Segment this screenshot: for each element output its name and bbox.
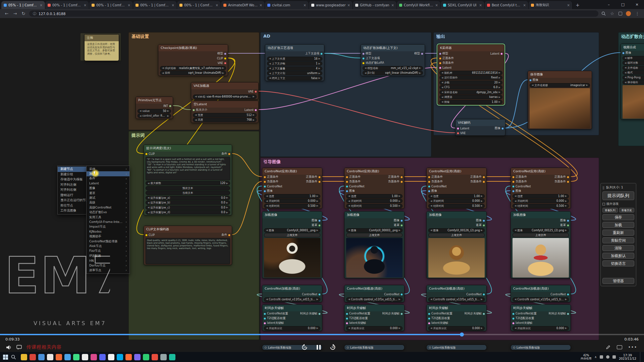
increment-icon[interactable]: ▶ [253,95,255,98]
vae-loader[interactable]: VAE加载器VAE◀vae名称vae-ft-mse-840000-ema-pru… [191,82,259,100]
output-port[interactable]: Latent [490,52,503,55]
input-port[interactable]: 图像 [346,189,355,193]
tab-close-icon[interactable]: × [216,3,218,7]
node-widget[interactable]: ◀ControlNet名称control_v11f1e_sd15_tile_fp… [513,297,569,302]
taskbar-app-icon[interactable] [143,354,149,360]
controlnet-apply-3[interactable]: ControlNet应用(高级)正面条件正面条件负面条件负面条件ControlN… [426,168,487,209]
controlnet-loader-3[interactable]: ControlNet加载器(高级)ControlNet◀ControlNet名称… [426,285,487,302]
node-widget[interactable]: ◀采样sqrt_linear (AnimateDiff)▶ [160,71,226,75]
output-port[interactable]: 图像 [495,126,504,130]
taskbar-app-icon[interactable] [125,354,132,360]
node-widget[interactable]: ◀vae名称vae-ft-mse-840000-ema-pruned.safet… [193,95,257,99]
increment-icon[interactable]: ▶ [253,119,255,121]
node-widget[interactable]: ◀开始百分比0.000▶ [264,326,320,330]
node-widget[interactable]: ◀ControlNet名称control_v11f1e_sd15_tile_fp… [428,297,485,302]
decrement-icon[interactable]: ◀ [148,206,149,209]
extra-options-row[interactable]: 额外选项 [602,202,634,206]
extensions-icon[interactable] [619,12,622,15]
node-widget[interactable]: ◀模型名称mm_sd_v15_v2.ckpt▶ [363,66,423,70]
input-port[interactable]: 模型 [439,52,448,56]
node-widget[interactable]: ◀结束时间0.500▶ [428,204,485,208]
output-port[interactable]: 模型 [217,52,226,56]
tray-network-icon[interactable] [600,355,603,359]
input-port[interactable]: T2I适配器权重 [512,316,534,320]
controlnet-loader-1[interactable]: ControlNet加载器(高级)ControlNet◀ControlNet名称… [262,285,322,302]
increment-icon[interactable]: ▶ [499,81,500,84]
increment-icon[interactable]: ▶ [317,195,318,197]
increment-icon[interactable]: ▶ [481,200,483,202]
output-port[interactable]: 时间步关键帧 [382,312,403,316]
add-node-menu-item[interactable]: IP适配器› [87,253,129,258]
decrement-icon[interactable]: ◀ [269,62,271,65]
node-title[interactable]: ControlNet应用(高级) [262,168,322,175]
manager-button[interactable]: 管理器 [602,278,634,284]
node-title[interactable]: 注释 [85,35,119,41]
decrement-icon[interactable]: ◀ [348,200,350,202]
timestep-keyframe-3[interactable]: 时间步关键帧ControlNet权重时间步关键帧T2I适配器权重latent关键… [426,304,487,331]
increment-icon[interactable]: ▶ [399,327,400,329]
increment-icon[interactable]: ▶ [317,298,318,301]
browser-tab[interactable]: AnimateDiff Workfl× [221,1,265,9]
decrement-icon[interactable]: ◀ [430,204,432,207]
input-port[interactable]: 正面条件 [428,175,443,179]
taskbar-app-icon[interactable] [160,354,167,360]
decrement-icon[interactable]: ◀ [140,115,141,117]
increment-icon[interactable]: ▶ [565,298,567,301]
load-image-3[interactable]: 加载图像图像遮罩◀图像ComfyUI_00126_(2).png▶上传文件 [426,211,487,279]
tab-close-icon[interactable]: × [84,3,87,7]
latent-scale-4[interactable]: Latent按系数缩放 [511,345,571,350]
tab-close-icon[interactable]: × [391,3,394,7]
view-queue-button[interactable]: 查看队列 [602,208,618,213]
node-widget[interactable]: ◀上下文重叠4▶ [267,66,322,71]
node-text-area[interactable]: "0" :"a man in a space suit with a helme… [146,157,230,180]
node-title[interactable]: VAE解码 [455,119,505,126]
browser-tab[interactable]: civitai.com× [265,1,309,9]
increment-icon[interactable]: ▶ [167,110,169,112]
decrement-icon[interactable]: ◀ [348,327,350,329]
decrement-icon[interactable]: ◀ [162,67,164,69]
address-bar[interactable]: ⓘ 127.0.0.1:8188 [29,10,598,17]
output-port[interactable]: 遮罩 [476,223,485,227]
output-port[interactable]: VAE [248,90,257,93]
back-icon[interactable]: ← [4,11,9,16]
taskbar-app-icon[interactable] [30,354,36,360]
increment-icon[interactable]: ▶ [399,195,400,197]
browser-tab[interactable]: Best ComfyUI tem× [485,1,529,9]
output-port[interactable]: 正面条件 [388,175,403,179]
decrement-icon[interactable]: ◀ [441,86,443,89]
increment-icon[interactable]: ▶ [419,72,421,74]
decrement-icon[interactable]: ◀ [348,229,350,232]
increment-icon[interactable]: ▶ [419,67,421,69]
input-port[interactable]: 图像 [529,78,538,82]
input-port[interactable]: 模型 [362,52,371,56]
node-widget[interactable]: ◀强度1.00▶ [264,194,320,198]
input-port[interactable]: latent关键帧 [264,321,284,325]
input-port[interactable]: ControlNet权重 [512,312,537,316]
decrement-icon[interactable]: ◀ [515,204,516,207]
view-history-button[interactable]: 查看历史 [619,208,635,213]
decrement-icon[interactable]: ◀ [162,72,164,74]
input-port[interactable]: latent关键帧 [428,321,448,325]
node-title[interactable]: ControlNet应用(高级) [427,168,486,175]
taskbar-clock[interactable]: 17:39 2023/11/12 [619,354,636,361]
decrement-icon[interactable]: ◀ [266,229,268,232]
node-title[interactable]: Latent按系数缩放 [344,345,404,350]
taskbar-app-icon[interactable] [21,354,27,360]
increment-icon[interactable]: ▶ [222,72,224,74]
taskbar-app-icon[interactable] [73,354,79,360]
node-widget[interactable]: ◀图像ComfyUI_00003_.png▶ [346,228,402,233]
add-node-menu-item[interactable]: Derfuu节点› [87,263,129,268]
browser-tab[interactable]: ComfyUI Workflow× [397,1,441,9]
node-widget[interactable]: ◀开始时间0.000▶ [428,199,485,203]
node-widget[interactable]: ◀采样器名称dpmpp_2m_sde▶ [439,90,502,95]
increment-icon[interactable]: ▶ [399,229,400,232]
upload-button[interactable]: 上传文件 [428,233,485,237]
tray-expand-icon[interactable]: ∧ [595,355,597,359]
node-widget[interactable]: ◀control_after_generatefixed▶ [138,114,171,118]
timestep-keyframe-1[interactable]: 时间步关键帧ControlNet权重时间步关键帧T2I适配器权重latent关键… [262,304,322,331]
increment-icon[interactable]: ▶ [481,229,483,232]
decrement-icon[interactable]: ◀ [365,72,366,74]
decrement-icon[interactable]: ◀ [140,110,141,112]
minimize-button[interactable]: – [602,0,616,9]
browser-menu-icon[interactable]: ⋮ [635,11,640,16]
